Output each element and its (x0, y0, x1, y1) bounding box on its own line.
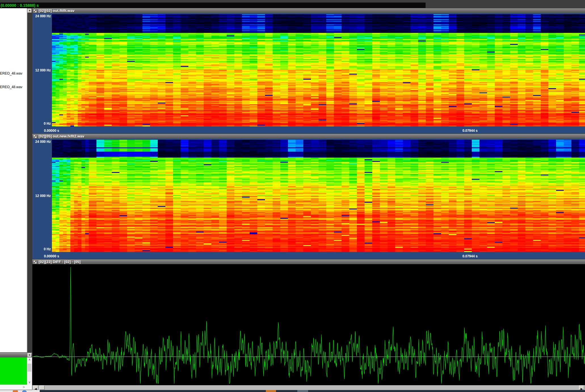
freq-label-mid: 12 000 Hz (32, 194, 51, 198)
panel1-title: [02][02] out.fltflt.wav (39, 9, 74, 13)
time-end-label: 0.07944 s (462, 129, 477, 133)
freq-label-top: 24 000 Hz (32, 140, 51, 144)
resize-icon[interactable] (33, 9, 37, 12)
taskbar-item[interactable] (297, 390, 308, 392)
mini-scrollbar-thumb[interactable] (28, 364, 31, 372)
file-list-item[interactable]: EREO_48.wav (0, 85, 22, 89)
taskbar-app-icon[interactable] (22, 390, 27, 392)
panel3-title: [02][23] DIFF : [02] - [05] (39, 260, 81, 264)
scroll-left-icon[interactable]: ◀ (33, 385, 38, 390)
close-icon[interactable]: × (28, 353, 31, 357)
overview-preview[interactable] (0, 357, 27, 385)
panel-edge-strip (27, 8, 32, 392)
taskbar (40, 390, 585, 392)
horizontal-scrollbar[interactable]: ◀ ▶ (32, 385, 585, 390)
mini-window-title-bar[interactable]: × (0, 352, 32, 357)
panel2-title-bar[interactable]: [02][05] out.new.fxflt2.wav (32, 134, 585, 139)
scroll-right-icon[interactable]: ▶ (579, 385, 584, 390)
taskbar-app-icon[interactable] (13, 390, 18, 392)
spectrogram-canvas[interactable] (52, 140, 585, 252)
freq-label-top: 24 000 Hz (32, 14, 51, 18)
scroll-up-icon[interactable]: ∧ (27, 357, 32, 362)
close-icon[interactable]: × (28, 9, 32, 13)
scrollbar-thumb[interactable] (39, 385, 45, 390)
selection-readout-bar: (0.00000 : 0.15888) s (0, 3, 426, 8)
time-start-label: 0.00000 s (44, 254, 59, 258)
mini-vertical-scrollbar[interactable]: ∧ ∨ (27, 357, 32, 385)
scroll-down-icon[interactable]: ∨ (27, 380, 32, 385)
taskbar-item-active[interactable] (266, 390, 276, 392)
time-start-label: 0.00000 s (44, 129, 59, 133)
waveform-canvas[interactable] (32, 264, 585, 385)
diff-waveform-panel (32, 264, 585, 385)
overview-mini-window: × ∧ ∨ > (0, 352, 32, 390)
panel3-title-bar[interactable]: [02][23] DIFF : [02] - [05] (32, 259, 585, 264)
app-window: (0.00000 : 0.15888) s EREO_48.wav EREO_4… (0, 0, 585, 392)
file-list-item[interactable]: EREO_48.wav (0, 71, 22, 75)
panel1-title-bar[interactable]: [02][02] out.fltflt.wav (32, 8, 585, 13)
spectrogram-panel-1: 24 000 Hz 12 000 Hz 0 Hz 0.00000 s 0.079… (32, 13, 585, 134)
freq-label-mid: 12 000 Hz (32, 68, 51, 72)
spectrogram-canvas[interactable] (52, 14, 585, 126)
panel2-title: [02][05] out.new.fxflt2.wav (39, 134, 84, 138)
taskbar-left-sliver (0, 390, 40, 392)
resize-icon[interactable] (33, 260, 37, 264)
time-end-label: 0.07944 s (462, 254, 477, 258)
mini-bottom-strip: > (0, 385, 32, 390)
resize-icon[interactable] (33, 134, 37, 138)
spectrogram-panel-2: 24 000 Hz 12 000 Hz 0 Hz 0.00000 s 0.079… (32, 139, 585, 259)
chevron-right-icon[interactable]: > (23, 385, 25, 389)
file-list-sidebar: EREO_48.wav EREO_48.wav (0, 8, 27, 352)
freq-label-bottom: 0 Hz (32, 122, 51, 126)
freq-label-bottom: 0 Hz (32, 247, 51, 251)
selection-range-text: (0.00000 : 0.15888) s (1, 3, 39, 8)
